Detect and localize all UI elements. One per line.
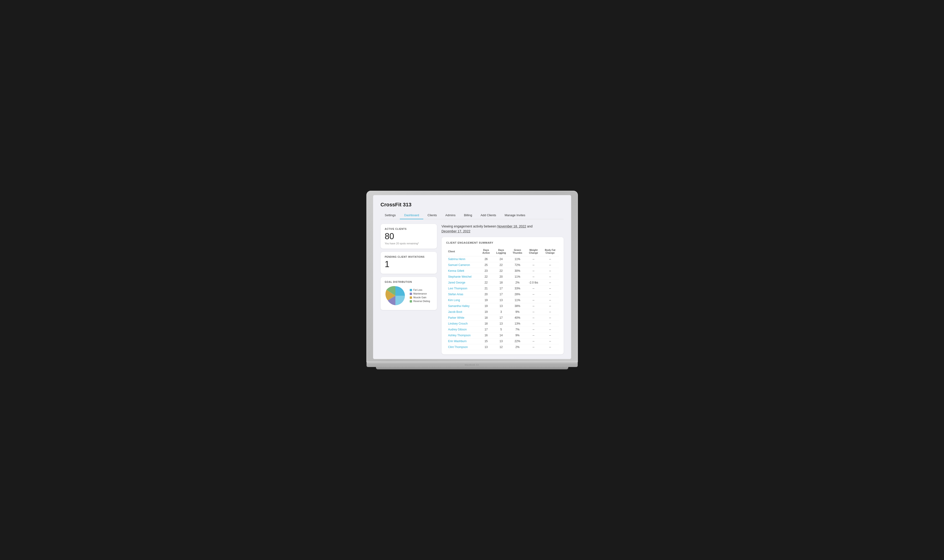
engagement-title: CLIENT ENGAGEMENT SUMMARY <box>446 241 559 244</box>
body-fat-change-cell: -- <box>541 309 559 315</box>
days-active-cell: 22 <box>480 280 493 285</box>
weight-change-cell: -- <box>526 262 541 268</box>
days-active-cell: 23 <box>480 268 493 274</box>
days-logging-cell: 18 <box>493 280 509 285</box>
weight-change-cell: -- <box>526 256 541 262</box>
client-cell: Samuel Cameron <box>446 262 480 268</box>
client-link[interactable]: Samuel Cameron <box>448 263 470 267</box>
legend-fat-loss: Fat Loss <box>410 289 430 291</box>
body-fat-change-cell: -- <box>541 315 559 321</box>
client-link[interactable]: Parker White <box>448 316 464 319</box>
green-thumbs-cell: 9% <box>509 332 526 338</box>
client-cell: Stefan Arias <box>446 291 480 297</box>
client-link[interactable]: Ashley Thompson <box>448 334 471 337</box>
nav-dashboard[interactable]: Dashboard <box>400 212 423 219</box>
table-row: Jared George 22 18 2% -2.0 lbs -- <box>446 280 559 285</box>
date-range-end[interactable]: December 17, 2022 <box>442 229 470 233</box>
table-row: Ashley Thompson 16 14 9% -- -- <box>446 332 559 338</box>
days-logging-cell: 22 <box>493 262 509 268</box>
goal-distribution-label: GOAL DISTRIBUTION <box>385 281 433 283</box>
days-active-cell: 16 <box>480 332 493 338</box>
active-clients-sub: You have 20 spots remaining* <box>385 242 433 245</box>
date-range-prefix: Viewing engagement activity between <box>442 225 497 228</box>
table-row: Samuel Cameron 25 22 72% -- -- <box>446 262 559 268</box>
weight-change-cell: -- <box>526 291 541 297</box>
nav-admins[interactable]: Admins <box>441 212 460 219</box>
pie-chart-container: Fat Loss Maintenance Muscle Gain <box>385 285 433 306</box>
days-logging-cell: 17 <box>493 291 509 297</box>
client-cell: Lindsey Crouch <box>446 321 480 326</box>
client-cell: Parker White <box>446 315 480 321</box>
days-active-cell: 19 <box>480 297 493 303</box>
laptop-wrapper: CrossFit 313 Settings Dashboard Clients … <box>367 191 578 369</box>
legend-maintenance-label: Maintenance <box>413 292 427 295</box>
col-green-thumbs: GreenThumbs <box>509 248 526 256</box>
green-thumbs-cell: 2% <box>509 344 526 350</box>
client-link[interactable]: Stephanie Weichel <box>448 275 472 278</box>
days-active-cell: 17 <box>480 326 493 332</box>
client-link[interactable]: Samantha Halley <box>448 305 469 308</box>
table-header-row: Client DaysActive DaysLogging GreenThumb… <box>446 248 559 256</box>
client-link[interactable]: Lindsey Crouch <box>448 322 468 325</box>
green-thumbs-cell: 13% <box>509 321 526 326</box>
date-range-start[interactable]: November 18, 2022 <box>497 225 526 228</box>
days-logging-cell: 14 <box>493 332 509 338</box>
body-fat-change-cell: -- <box>541 297 559 303</box>
green-thumbs-cell: 2% <box>509 280 526 285</box>
table-row: Kim Long 19 13 11% -- -- <box>446 297 559 303</box>
days-active-cell: 19 <box>480 303 493 309</box>
nav-bar: Settings Dashboard Clients Admins Billin… <box>381 212 564 219</box>
laptop-base <box>367 362 578 367</box>
green-thumbs-cell: 72% <box>509 262 526 268</box>
weight-change-cell: -- <box>526 338 541 344</box>
days-active-cell: 18 <box>480 321 493 326</box>
table-row: Lexi Thompson 21 17 33% -- -- <box>446 285 559 291</box>
screen-inner: CrossFit 313 Settings Dashboard Clients … <box>373 195 571 359</box>
days-logging-cell: 20 <box>493 274 509 280</box>
weight-change-cell: -- <box>526 326 541 332</box>
client-link[interactable]: Kim Long <box>448 298 460 302</box>
weight-change-cell: -- <box>526 285 541 291</box>
days-logging-cell: 17 <box>493 315 509 321</box>
client-link[interactable]: Jacob Boot <box>448 310 462 314</box>
nav-billing[interactable]: Billing <box>460 212 476 219</box>
client-link[interactable]: Kenna Gillett <box>448 269 464 272</box>
client-link[interactable]: Lexi Thompson <box>448 287 467 290</box>
table-row: Parker White 18 17 40% -- -- <box>446 315 559 321</box>
green-thumbs-cell: 7% <box>509 326 526 332</box>
weight-change-cell: -- <box>526 315 541 321</box>
days-logging-cell: 17 <box>493 285 509 291</box>
weight-change-cell: -- <box>526 297 541 303</box>
nav-add-clients[interactable]: Add Clients <box>476 212 500 219</box>
client-link[interactable]: Stefan Arias <box>448 293 463 296</box>
body-fat-change-cell: -- <box>541 256 559 262</box>
main-content: ACTIVE CLIENTS 80 You have 20 spots rema… <box>381 224 564 354</box>
table-row: Clint Thompson 13 12 2% -- -- <box>446 344 559 350</box>
legend-fat-loss-label: Fat Loss <box>413 289 423 291</box>
weight-change-cell: -- <box>526 344 541 350</box>
client-cell: Jacob Boot <box>446 309 480 315</box>
body-fat-change-cell: -- <box>541 262 559 268</box>
body-fat-change-cell: -- <box>541 303 559 309</box>
client-link[interactable]: Jared George <box>448 281 465 284</box>
green-thumbs-cell: 22% <box>509 338 526 344</box>
col-days-logging: DaysLogging <box>493 248 509 256</box>
client-link[interactable]: Erin Washburn <box>448 340 467 343</box>
col-body-fat-change: Body FatChange <box>541 248 559 256</box>
nav-settings[interactable]: Settings <box>381 212 400 219</box>
client-link[interactable]: Clint Thompson <box>448 345 468 349</box>
days-active-cell: 20 <box>480 291 493 297</box>
col-days-active: DaysActive <box>480 248 493 256</box>
legend-maintenance: Maintenance <box>410 292 430 295</box>
table-row: Stephanie Weichel 22 20 11% -- -- <box>446 274 559 280</box>
client-link[interactable]: Audrey Gibson <box>448 328 467 331</box>
days-logging-cell: 13 <box>493 338 509 344</box>
body-fat-change-cell: -- <box>541 332 559 338</box>
body-fat-change-cell: -- <box>541 321 559 326</box>
nav-clients[interactable]: Clients <box>423 212 441 219</box>
date-range-text: Viewing engagement activity between Nove… <box>442 224 564 234</box>
nav-manage-invites[interactable]: Manage Invites <box>500 212 529 219</box>
body-fat-change-cell: -- <box>541 291 559 297</box>
green-thumbs-cell: 40% <box>509 315 526 321</box>
client-link[interactable]: Sabrina Henn <box>448 257 465 261</box>
